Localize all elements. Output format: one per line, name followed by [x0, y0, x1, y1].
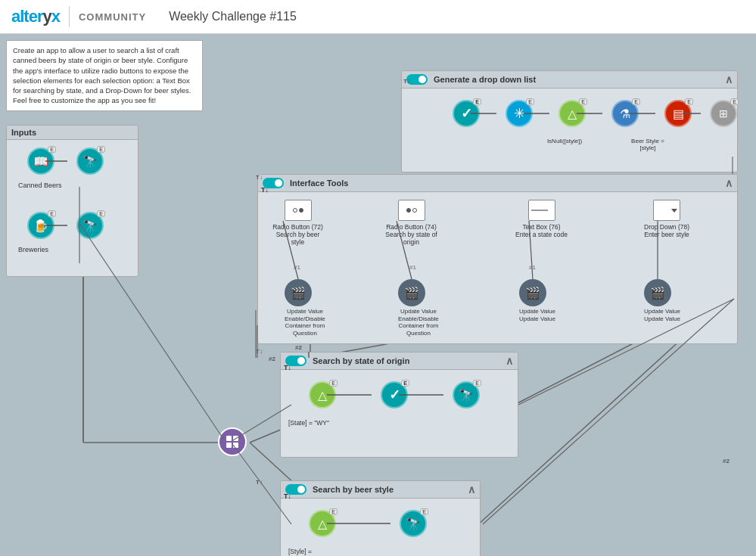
textbox-line: [531, 210, 548, 211]
beer-collapse-btn[interactable]: ∧: [468, 483, 475, 495]
state-collapse-btn[interactable]: ∧: [506, 355, 513, 367]
dropdown78-label: Drop Down (78)Enter beer style: [644, 223, 689, 238]
radio-dot3: [406, 208, 411, 213]
state-panel-header: Search by state of origin ∧: [281, 353, 518, 370]
state-panel-num: T↓: [284, 364, 291, 371]
gen-formula-tool[interactable]: △ E: [549, 100, 595, 127]
radio74-group: Radio Button (74)Search by state of orig…: [383, 200, 440, 246]
state-formula-tool[interactable]: △ E: [300, 381, 345, 408]
radio74-icon[interactable]: [398, 200, 425, 221]
logo-divider: [69, 6, 70, 27]
state-binoculars-tool[interactable]: 🔭 E: [443, 381, 489, 408]
badge-1c: #1: [529, 264, 536, 271]
canned-beers-search-tool[interactable]: 🔭 E: [67, 148, 113, 175]
hub-node[interactable]: [218, 427, 247, 456]
generate-collapse-btn[interactable]: ∧: [725, 73, 733, 85]
hub-dot2: [233, 436, 238, 441]
inputs-panel-header: Inputs: [7, 126, 138, 140]
breweries-binoculars-icon: 🔭 E: [76, 212, 104, 239]
uv3-icon[interactable]: 🎬: [519, 279, 546, 306]
radio-dot1: [293, 208, 297, 213]
uv4-icon[interactable]: 🎬: [644, 279, 671, 306]
state-panel: Search by state of origin ∧ T↓ △ E ✓ E 🔭…: [280, 352, 518, 458]
radio74-label: Radio Button (74)Search by state of orig…: [383, 223, 440, 246]
interface-panel-header: Interface Tools ∧: [258, 175, 737, 192]
breweries-search-tool[interactable]: 🔭 E: [67, 212, 113, 239]
state-check-tool[interactable]: ✓ E: [372, 381, 417, 408]
uv2-group: 🎬 Update ValueEnable/DisableContainer fr…: [398, 279, 439, 337]
radio72-group: Radio Button (72)Search by beer style: [269, 200, 326, 246]
canned-beers-label: Canned Beers: [18, 182, 62, 189]
textbox76-label: Text Box (76)Enter a state code: [515, 223, 568, 238]
logo: alteryx: [11, 7, 60, 26]
dropdown-arrow: [671, 209, 677, 213]
beer-filter-label: [Style] = "Pumpkin Ale": [288, 548, 328, 556]
beerstyle-label: Beer Style = [style]: [621, 138, 674, 151]
hub-dot1: [226, 436, 232, 441]
canned-beers-book-tool[interactable]: 📖 E: [18, 148, 64, 175]
conn-label-2b: #2: [295, 344, 302, 351]
state-formula-icon: △ E: [309, 381, 336, 408]
uv2-label: Update ValueEnable/DisableContainer from…: [398, 308, 439, 337]
description-text: Create an app to allow a user to search …: [13, 46, 191, 104]
beer-formula-tool[interactable]: △ E: [300, 510, 345, 537]
state-check-icon: ✓ E: [381, 381, 408, 408]
hub-dot3: [226, 443, 232, 448]
beer-binoculars-icon: 🔭 E: [400, 510, 427, 537]
gen-flask-tool[interactable]: ⚗ E: [602, 100, 648, 127]
uv1-group: 🎬 Update ValueEnable/DisableContainer fr…: [285, 279, 325, 337]
generate-panel: Generate a drop down list ∧ ✓ E ✳ E △ E: [401, 70, 738, 172]
conn-label-2c: #2: [723, 458, 730, 464]
gen-check-tool[interactable]: ✓ E: [443, 100, 489, 127]
canvas: Create an app to allow a user to search …: [0, 34, 756, 556]
hub-inner: [226, 436, 238, 448]
beer-formula-icon: △ E: [309, 510, 336, 537]
dropdown78-icon[interactable]: [653, 200, 680, 221]
gen-flask-icon: ⚗ E: [611, 100, 639, 127]
gen-formula-icon: △ E: [558, 100, 586, 127]
conn-label-2a: #2: [269, 356, 275, 362]
interface-panel-num: T↓: [261, 186, 269, 194]
gen-grey-tool[interactable]: ⊞ E: [701, 100, 746, 127]
state-filter-label: [State] = "WY": [288, 419, 329, 427]
beer-panel: Search by beer style ∧ T↓ △ E 🔭 E [Style…: [280, 480, 481, 556]
uv3-label: Update ValueUpdate Value: [519, 308, 555, 322]
generate-label: Generate a drop down list: [434, 75, 536, 84]
interface-tools-panel: Interface Tools ∧ T↓ Radio Button (72)Se…: [257, 174, 738, 344]
state-binoculars-icon: 🔭 E: [453, 381, 480, 408]
badge-1a: #1: [294, 264, 300, 271]
breweries-book-tool[interactable]: 🍺 E: [18, 212, 64, 239]
radio-dot2: [299, 208, 303, 213]
radio72-icon[interactable]: [285, 200, 312, 221]
gen-grey-icon: ⊞ E: [710, 100, 737, 127]
uv2-icon[interactable]: 🎬: [398, 279, 425, 306]
beer-panel-num: T↓: [284, 492, 291, 500]
radio72-label: Radio Button (72)Search by beer style: [269, 223, 326, 246]
binoculars-icon: 🔭 E: [76, 148, 104, 175]
beer-label: Search by beer style: [313, 485, 394, 494]
gen-table-tool[interactable]: ▤ E: [655, 100, 701, 127]
textbox76-group: Text Box (76)Enter a state code: [515, 200, 568, 238]
beer-binoculars-tool[interactable]: 🔭 E: [390, 510, 436, 537]
conn-label-t1b: T↓: [256, 479, 263, 486]
radio-dot4: [412, 208, 417, 213]
gen-check-icon: ✓ E: [453, 100, 480, 127]
uv1-label: Update ValueEnable/DisableContainer from…: [285, 308, 325, 337]
beer-panel-header: Search by beer style ∧: [281, 481, 480, 499]
gen-asterisk-icon: ✳ E: [506, 100, 533, 127]
page-title: Weekly Challenge #115: [169, 10, 297, 23]
conn-label-t1a: T↓: [256, 348, 263, 355]
uv1-icon[interactable]: 🎬: [285, 279, 312, 306]
interface-collapse-btn[interactable]: ∧: [725, 177, 733, 189]
description-box: Create an app to allow a user to search …: [6, 40, 203, 111]
textbox76-icon[interactable]: [528, 200, 555, 221]
community-label: COMMUNITY: [79, 11, 146, 23]
gen-asterisk-tool[interactable]: ✳ E: [496, 100, 542, 127]
book-icon: 📖 E: [27, 148, 54, 175]
gen-table-icon: ▤ E: [664, 100, 692, 127]
uv3-group: 🎬 Update ValueUpdate Value: [519, 279, 555, 322]
isnull-label: IsNull([style]): [546, 138, 583, 144]
inputs-label: Inputs: [11, 128, 36, 137]
state-label: Search by state of origin: [313, 356, 409, 365]
breweries-book-icon: 🍺 E: [27, 212, 54, 239]
